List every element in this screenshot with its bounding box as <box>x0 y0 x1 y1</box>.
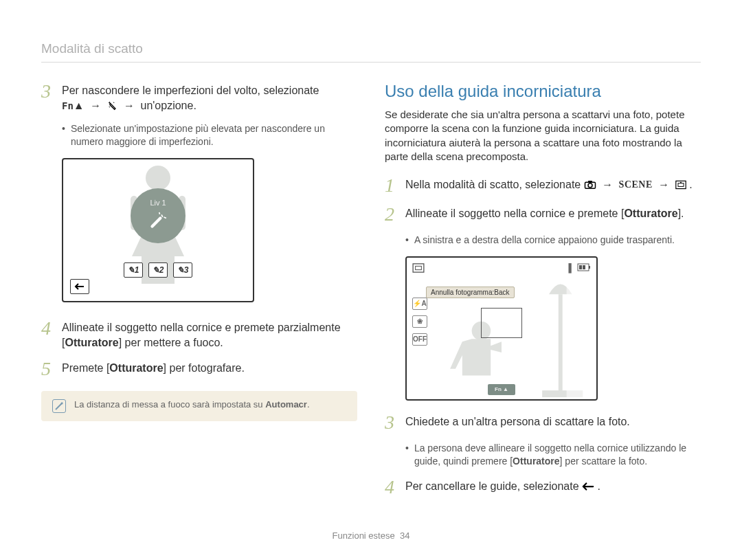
level-option-3: ✎3 <box>173 262 192 278</box>
focus-frame <box>481 308 522 338</box>
text: ] per fotografare. <box>164 362 245 374</box>
svg-point-0 <box>146 166 170 190</box>
svg-rect-20 <box>583 265 585 269</box>
text: ] per scattare la foto. <box>560 456 648 467</box>
step-4-right: 4 Per cancellare le guide, selezionate . <box>385 478 701 497</box>
frame-guide-icon <box>675 179 689 190</box>
step-body: Nella modalità di scatto, selezionate → … <box>405 176 693 192</box>
bullet-text: Selezionate un'impostazione più elevata … <box>71 122 357 148</box>
text: Nella modalità di scatto, selezionate <box>405 179 581 190</box>
step-number: 1 <box>385 176 405 195</box>
text: La distanza di messa a fuoco sarà impost… <box>74 399 265 410</box>
bullet-text: La persona deve allineare il soggetto ne… <box>414 442 701 468</box>
svg-point-5 <box>588 183 592 188</box>
step-2: 2 Allineate il soggetto nella cornice e … <box>385 205 701 224</box>
breadcrumb: Modalità di scatto <box>41 41 701 63</box>
arrow-icon: → <box>124 100 135 111</box>
step-body: Allineate il soggetto nella cornice e pr… <box>405 205 684 221</box>
wand-icon <box>146 209 170 232</box>
level-label: Liv 1 <box>150 199 166 207</box>
footer-label: Funzioni estese <box>333 530 395 541</box>
note-box: La distanza di messa a fuoco sarà impost… <box>41 391 357 421</box>
step3-text-a: Per nascondere le imperfezioni del volto… <box>62 85 319 96</box>
level-option-2: ✎2 <box>148 262 168 278</box>
wand-icon <box>107 100 121 111</box>
section-title: Uso della guida incorniciatura <box>385 82 701 101</box>
period: . <box>689 179 692 190</box>
svg-point-3 <box>61 403 63 405</box>
num: 3 <box>184 265 189 275</box>
shutter-label: Otturatore <box>109 362 163 374</box>
step-body: Premete [Otturatore] per fotografare. <box>62 359 245 376</box>
bullet: A sinistra e a destra della cornice appa… <box>405 234 701 247</box>
flash-auto-icon: ⚡A <box>412 298 427 310</box>
back-arrow-icon <box>74 282 85 291</box>
scene-icon: SCENE <box>619 179 653 190</box>
svg-rect-6 <box>588 181 592 183</box>
svg-rect-16 <box>416 266 422 269</box>
text: Per cancellare le guide, selezionate <box>405 480 579 492</box>
camera-screenshot-retouch: Liv 1 ✎1 ✎2 ✎3 <box>62 158 254 302</box>
bullet: Selezionate un'impostazione più elevata … <box>62 122 357 148</box>
level-badge: Liv 1 <box>131 188 186 243</box>
step-number: 4 <box>385 478 405 497</box>
step3-bullets: Selezionate un'impostazione più elevata … <box>62 122 357 148</box>
arrow-icon: → <box>602 179 613 190</box>
svg-point-9 <box>680 182 682 183</box>
shutter-label: Otturatore <box>624 208 677 219</box>
step-1: 1 Nella modalità di scatto, selezionate … <box>385 176 701 195</box>
left-column: 3 Per nascondere le imperfezioni del vol… <box>41 82 357 506</box>
level-option-row: ✎1 ✎2 ✎3 <box>124 262 192 278</box>
shutter-label: Otturatore <box>65 337 118 348</box>
page-footer: Funzioni estese 34 <box>0 530 742 541</box>
svg-rect-8 <box>678 183 684 187</box>
step-number: 4 <box>41 319 62 338</box>
fn-icon: Fn <box>62 100 74 111</box>
step-number: 2 <box>385 205 405 224</box>
signal-icon: ▌ <box>568 263 574 275</box>
step-5: 5 Premete [Otturatore] per fotografare. <box>41 359 357 379</box>
svg-rect-14 <box>567 258 596 400</box>
note-icon <box>52 399 66 413</box>
note-text: La distanza di messa a fuoco sarà impost… <box>74 399 310 410</box>
step-number: 5 <box>41 359 62 379</box>
text: . <box>307 399 310 410</box>
step-4: 4 Allineate il soggetto nella cornice e … <box>41 319 357 350</box>
level-option-1: ✎1 <box>124 262 143 278</box>
step-body: Allineate il soggetto nella cornice e pr… <box>62 319 357 350</box>
step3-bullets-right: La persona deve allineare il soggetto ne… <box>405 442 701 468</box>
off-icon: OFF <box>412 333 427 346</box>
num: 1 <box>135 265 139 275</box>
arrow-icon: → <box>658 179 669 190</box>
bold: Automacr <box>265 399 307 410</box>
shutter-label: Otturatore <box>513 456 559 467</box>
bullet: La persona deve allineare il soggetto ne… <box>405 442 701 468</box>
right-column: Uso della guida incorniciatura Se deside… <box>385 82 701 506</box>
step-number: 3 <box>41 82 62 101</box>
text: ] per mettere a fuoco. <box>119 337 223 348</box>
up-arrow-icon: ▲ <box>74 100 85 111</box>
back-button <box>70 279 89 294</box>
footer-page-number: 34 <box>400 530 409 541</box>
arrow-icon: → <box>90 100 101 111</box>
svg-rect-18 <box>589 266 590 269</box>
section-intro: Se desiderate che sia un'altra persona a… <box>385 108 701 164</box>
wand-num-icon: ✎ <box>128 265 135 275</box>
step-body: Chiedete a un'altra persona di scattare … <box>405 413 630 429</box>
step2-bullets: A sinistra e a destra della cornice appa… <box>405 234 701 247</box>
macro-icon: ❀ <box>412 315 427 328</box>
step-body: Per nascondere le imperfezioni del volto… <box>62 82 319 113</box>
fn-indicator: Fn ▲ <box>488 384 515 395</box>
num: 2 <box>159 265 164 275</box>
cancel-frame-label: Annulla fotogramma:Back <box>426 287 515 298</box>
svg-rect-11 <box>559 294 563 396</box>
step3-text-b: un'opzione. <box>141 100 196 111</box>
text: ]. <box>678 208 684 219</box>
svg-rect-15 <box>413 264 424 272</box>
step-3-right: 3 Chiedete a un'altra persona di scattar… <box>385 413 701 432</box>
step-number: 3 <box>385 413 405 432</box>
camera-icon <box>584 179 599 190</box>
bullet-text: A sinistra e a destra della cornice appa… <box>414 234 675 247</box>
step-body: Per cancellare le guide, selezionate . <box>405 478 600 494</box>
back-arrow-icon <box>582 480 597 492</box>
